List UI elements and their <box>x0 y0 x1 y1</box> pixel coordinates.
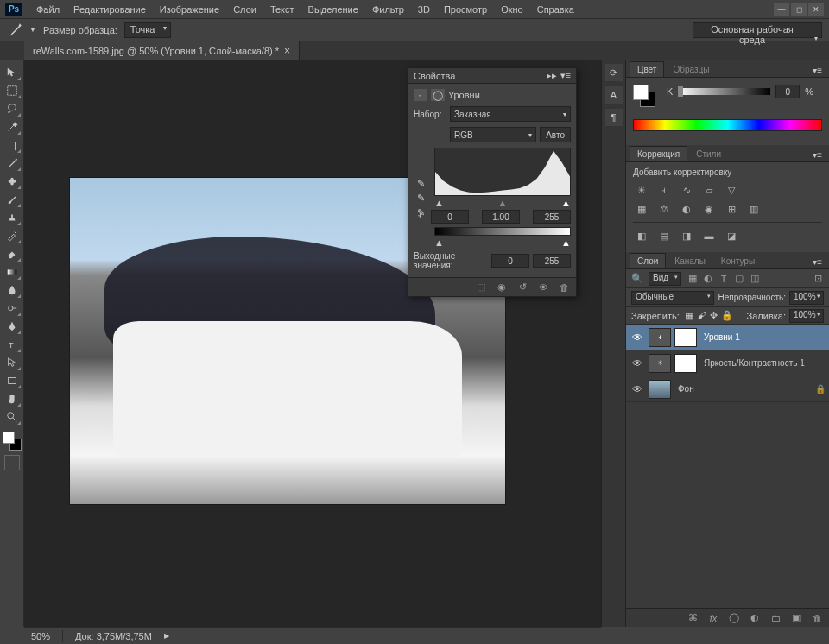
menu-image[interactable]: Изображение <box>153 2 226 17</box>
levels-thumb-icon[interactable]: ⫞ <box>649 328 671 347</box>
white-point-picker-icon[interactable]: ✎ <box>414 206 427 218</box>
output-slider[interactable]: ▲ ▲ <box>434 237 571 248</box>
menu-edit[interactable]: Редактирование <box>66 2 153 17</box>
chevron-right-icon[interactable]: ▶ <box>164 632 169 640</box>
invert-icon[interactable]: ◧ <box>633 228 650 243</box>
history-icon[interactable]: ⟳ <box>605 64 623 81</box>
character-icon[interactable]: A <box>605 86 623 104</box>
tab-paths[interactable]: Контуры <box>714 254 762 268</box>
menu-filter[interactable]: Фильтр <box>365 2 411 17</box>
maximize-button[interactable]: ◻ <box>791 3 807 16</box>
fill-value[interactable]: 100% <box>789 309 824 323</box>
zoom-tool[interactable] <box>3 408 22 426</box>
document-tab[interactable]: reWalls.com-1589.jpg @ 50% (Уровни 1, Сл… <box>24 41 300 60</box>
crop-tool[interactable] <box>3 136 22 154</box>
black-point-picker-icon[interactable]: ✎ <box>414 177 427 189</box>
k-value-input[interactable] <box>775 85 800 98</box>
menu-layers[interactable]: Слои <box>226 2 263 17</box>
panel-menu-icon[interactable]: ▾≡ <box>809 256 826 268</box>
output-white-field[interactable] <box>533 254 571 268</box>
collapse-icon[interactable]: ▸▸ <box>547 70 557 81</box>
black-slider-icon[interactable]: ▲ <box>434 198 444 208</box>
new-layer-icon[interactable]: ▣ <box>789 612 803 624</box>
blend-mode-select[interactable]: Обычные <box>631 291 714 305</box>
eyedropper-tool[interactable] <box>3 155 22 172</box>
document-info[interactable]: Док: 3,75M/3,75M <box>75 631 152 641</box>
gradient-map-icon[interactable]: ▬ <box>700 228 718 243</box>
color-lookup-icon[interactable]: ▥ <box>745 201 763 217</box>
input-black-field[interactable] <box>431 210 469 224</box>
rectangle-tool[interactable] <box>3 372 22 389</box>
color-spectrum[interactable] <box>633 119 822 131</box>
layer-row[interactable]: 👁 ⫞ Уровни 1 <box>626 325 829 350</box>
new-adjustment-icon[interactable]: ◐ <box>748 612 762 624</box>
visibility-icon[interactable]: 👁 <box>630 357 645 369</box>
menu-3d[interactable]: 3D <box>411 2 437 17</box>
path-selection-tool[interactable] <box>3 354 22 371</box>
layer-mask-thumb[interactable] <box>674 328 697 347</box>
output-white-slider-icon[interactable]: ▲ <box>561 237 571 248</box>
bw-icon[interactable]: ◐ <box>678 201 695 217</box>
filter-type-icon[interactable]: T <box>718 273 730 285</box>
filter-pixel-icon[interactable]: ▦ <box>687 273 699 285</box>
paragraph-icon[interactable]: ¶ <box>605 109 623 126</box>
menu-file[interactable]: Файл <box>29 2 66 17</box>
clone-stamp-tool[interactable] <box>3 209 22 226</box>
color-swatch-pair[interactable] <box>633 85 655 107</box>
delete-adjustment-icon[interactable]: 🗑 <box>557 281 571 294</box>
panel-menu-icon[interactable]: ▾≡ <box>809 64 826 77</box>
hand-tool[interactable] <box>3 390 22 407</box>
histogram[interactable] <box>434 148 571 196</box>
gray-slider-icon[interactable]: ▲ <box>498 198 508 208</box>
input-slider[interactable]: ▲ ▲ ▲ <box>434 198 571 208</box>
dodge-tool[interactable] <box>3 300 22 317</box>
slider-thumb[interactable] <box>678 86 683 97</box>
menu-help[interactable]: Справка <box>530 2 581 17</box>
history-brush-tool[interactable] <box>3 227 22 244</box>
filter-shape-icon[interactable]: ▢ <box>733 273 745 285</box>
white-slider-icon[interactable]: ▲ <box>561 198 571 208</box>
sample-size-select[interactable]: Точка ▾ <box>124 22 172 38</box>
lasso-tool[interactable] <box>3 100 22 117</box>
preset-select[interactable]: Заказная <box>450 106 571 122</box>
vibrance-icon[interactable]: ▽ <box>723 182 740 198</box>
brightness-thumb-icon[interactable]: ☀ <box>649 354 671 373</box>
levels-icon[interactable]: ⫞ <box>655 182 673 198</box>
previous-state-icon[interactable]: ◉ <box>495 281 509 294</box>
clip-to-layer-icon[interactable]: ⬚ <box>474 281 488 294</box>
delete-layer-icon[interactable]: 🗑 <box>810 612 824 624</box>
gray-point-picker-icon[interactable]: ✎ <box>414 192 427 204</box>
panel-header[interactable]: Свойства ▸▸ ▾≡ <box>408 68 576 84</box>
lock-all-icon[interactable]: 🔒 <box>721 310 733 321</box>
tab-channels[interactable]: Каналы <box>668 254 712 268</box>
layer-fx-icon[interactable]: fx <box>706 612 720 624</box>
close-button[interactable]: ✕ <box>808 3 824 16</box>
output-black-slider-icon[interactable]: ▲ <box>434 237 444 248</box>
brush-tool[interactable] <box>3 191 22 208</box>
type-tool[interactable]: T <box>3 336 22 353</box>
search-icon[interactable]: 🔍 <box>631 273 643 284</box>
lock-pixels-icon[interactable]: 🖌 <box>697 310 706 321</box>
exposure-icon[interactable]: ▱ <box>700 182 718 198</box>
lock-transparency-icon[interactable]: ▦ <box>685 310 693 321</box>
minimize-button[interactable]: — <box>774 3 789 16</box>
tab-layers[interactable]: Слои <box>630 253 666 268</box>
menu-text[interactable]: Текст <box>263 2 301 17</box>
menu-select[interactable]: Выделение <box>301 2 365 17</box>
move-tool[interactable] <box>3 64 22 81</box>
blur-tool[interactable] <box>3 281 22 299</box>
workspace-select[interactable]: Основная рабочая среда ▾ <box>693 22 822 38</box>
magic-wand-tool[interactable] <box>3 118 22 136</box>
foreground-background-swatch[interactable] <box>3 432 22 451</box>
mask-icon[interactable]: ◯ <box>431 89 445 101</box>
filter-adjust-icon[interactable]: ◐ <box>702 273 714 285</box>
selective-color-icon[interactable]: ◪ <box>723 228 740 243</box>
foreground-swatch[interactable] <box>633 85 649 100</box>
quick-mask-toggle[interactable] <box>4 455 20 470</box>
image-thumb[interactable] <box>649 380 671 399</box>
toggle-visibility-icon[interactable]: 👁 <box>536 281 550 294</box>
auto-button[interactable]: Авто <box>540 127 571 142</box>
new-group-icon[interactable]: 🗀 <box>769 612 782 624</box>
tab-adjustments[interactable]: Коррекция <box>630 146 687 161</box>
posterize-icon[interactable]: ▤ <box>655 228 673 243</box>
